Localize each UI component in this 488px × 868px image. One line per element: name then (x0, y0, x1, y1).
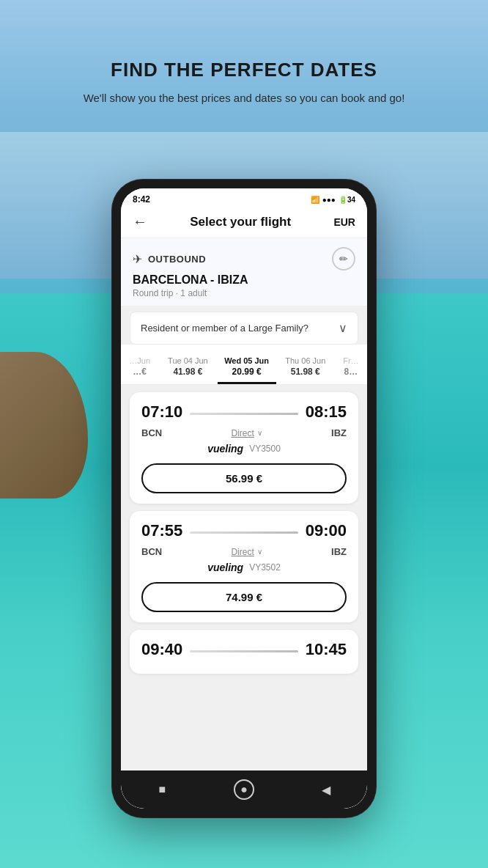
trip-info: Round trip · 1 adult (133, 288, 355, 298)
dropdown-arrow-icon: ∨ (339, 321, 347, 335)
screen-content: ✈ OUTBOUND ✏ BARCELONA - IBIZA Round tri… (121, 238, 367, 809)
direct-chevron-1: ∨ (257, 548, 262, 556)
resident-dropdown[interactable]: Resident or member of a Large Family? ∨ (130, 312, 358, 345)
flight-bar-0 (190, 413, 297, 415)
date-tab-price-1: 41.98 € (161, 367, 214, 377)
depart-time-1: 07:55 (141, 521, 182, 540)
flight-card-2-partial: 09:40 10:45 (130, 630, 358, 674)
flight-times-0: 07:10 08:15 (141, 402, 347, 422)
hero-title: FIND THE PERFECT DATES (0, 59, 488, 81)
price-button-0[interactable]: 56.99 € (141, 463, 347, 493)
flight-times-2: 09:40 10:45 (141, 640, 347, 659)
outbound-text: OUTBOUND (148, 254, 206, 265)
date-tabs: …Jun …€ Tue 04 Jun 41.98 € Wed 05 Jun 20… (121, 345, 367, 385)
route-title: BARCELONA - IBIZA (133, 273, 355, 287)
nav-bar: ← Select your flight EUR (121, 207, 367, 238)
date-tab-2[interactable]: Wed 05 Jun 20.99 € (218, 352, 276, 384)
date-tab-day-4: Fr… (338, 356, 364, 365)
date-tab-day-3: Thu 06 Jun (279, 356, 332, 365)
outbound-row: ✈ OUTBOUND ✏ (133, 247, 355, 271)
date-tab-price-0: …€ (124, 367, 155, 377)
back-button[interactable]: ← (133, 213, 147, 230)
square-icon: ■ (158, 783, 166, 796)
price-button-1[interactable]: 74.99 € (141, 582, 347, 612)
origin-0: BCN (141, 427, 162, 438)
direct-label-1: Direct (231, 547, 254, 557)
bottom-nav: ■ ● ◀ (121, 770, 367, 809)
direct-label-0: Direct (231, 428, 254, 438)
arrive-time-1: 09:00 (306, 521, 347, 540)
flight-card-1: 07:55 09:00 BCN Direct ∨ IBZ vueling (130, 511, 358, 622)
arrive-time-2: 10:45 (306, 640, 347, 659)
flight-number-0: VY3500 (249, 444, 281, 454)
battery-icon: 🔋34 (339, 196, 355, 204)
flight-number-1: VY3502 (249, 562, 281, 573)
flights-list: 07:10 08:15 BCN Direct ∨ IBZ vueling (121, 385, 367, 770)
flight-bar-1 (190, 532, 297, 534)
date-tab-price-2: 20.99 € (221, 367, 273, 377)
airline-row-1: vueling VY3502 (141, 562, 347, 573)
hero-section: FIND THE PERFECT DATES We'll show you th… (0, 59, 488, 104)
date-tab-day-2: Wed 05 Jun (221, 356, 273, 365)
flight-bar-2 (190, 650, 297, 652)
edit-button[interactable]: ✏ (332, 247, 355, 271)
outbound-label: ✈ OUTBOUND (133, 252, 206, 266)
currency-label: EUR (333, 216, 355, 228)
nav-title: Select your flight (190, 215, 291, 229)
direct-row-0[interactable]: Direct ∨ (231, 428, 262, 438)
wifi-icon: ●●● (322, 196, 336, 204)
date-tab-4[interactable]: Fr… 8… (335, 352, 367, 384)
date-tab-price-4: 8… (338, 367, 364, 377)
flight-airports-1: BCN Direct ∨ IBZ (141, 546, 347, 557)
date-tab-day-1: Tue 04 Jun (161, 356, 214, 365)
airline-row-0: vueling VY3500 (141, 443, 347, 455)
date-tab-1[interactable]: Tue 04 Jun 41.98 € (158, 352, 217, 384)
phone-screen: 8:42 📶 ●●● 🔋34 ← Select your flight EUR … (121, 188, 367, 809)
recent-apps-button[interactable]: ■ (151, 779, 173, 801)
airline-0: vueling (207, 443, 243, 455)
date-tab-price-3: 51.98 € (279, 367, 332, 377)
resident-label: Resident or member of a Large Family? (141, 323, 308, 334)
airline-1: vueling (207, 562, 243, 573)
signal-icon: 📶 (311, 196, 319, 204)
dest-0: IBZ (331, 427, 347, 438)
phone-frame: 8:42 📶 ●●● 🔋34 ← Select your flight EUR … (112, 180, 376, 817)
flight-card-0: 07:10 08:15 BCN Direct ∨ IBZ vueling (130, 392, 358, 504)
home-button[interactable]: ● (234, 779, 254, 800)
edit-icon: ✏ (339, 253, 348, 265)
plane-icon: ✈ (133, 252, 142, 266)
back-icon: ◀ (322, 783, 330, 797)
back-nav-button[interactable]: ◀ (315, 779, 337, 801)
depart-time-2: 09:40 (141, 640, 182, 659)
status-icons: 📶 ●●● 🔋34 (311, 196, 355, 204)
outbound-header: ✈ OUTBOUND ✏ BARCELONA - IBIZA Round tri… (121, 238, 367, 306)
date-tab-3[interactable]: Thu 06 Jun 51.98 € (276, 352, 335, 384)
date-tab-day-0: …Jun (124, 356, 155, 365)
hero-subtitle: We'll show you the best prices and dates… (0, 92, 488, 104)
status-time: 8:42 (133, 194, 150, 205)
flight-times-1: 07:55 09:00 (141, 521, 347, 540)
flight-airports-0: BCN Direct ∨ IBZ (141, 427, 347, 438)
date-tab-0[interactable]: …Jun …€ (121, 352, 158, 384)
home-icon: ● (240, 783, 248, 796)
depart-time-0: 07:10 (141, 402, 182, 422)
direct-chevron-0: ∨ (257, 429, 262, 437)
arrive-time-0: 08:15 (306, 402, 347, 422)
dest-1: IBZ (331, 546, 347, 557)
origin-1: BCN (141, 546, 162, 557)
status-bar: 8:42 📶 ●●● 🔋34 (121, 188, 367, 207)
direct-row-1[interactable]: Direct ∨ (231, 547, 262, 557)
